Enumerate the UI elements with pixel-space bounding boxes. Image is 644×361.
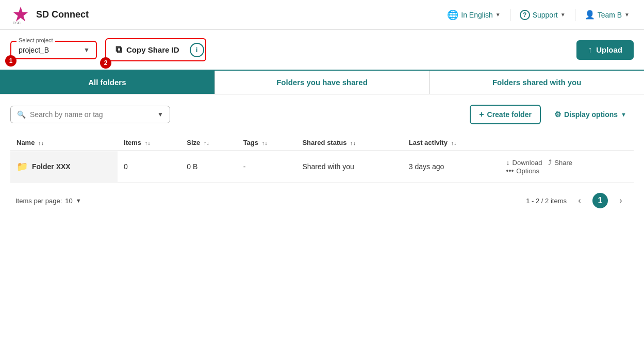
- user-icon: 👤: [585, 10, 595, 20]
- toolbar: Select project project_B ▼ 1 ⧉ Copy Shar…: [0, 30, 644, 71]
- col-actions: [500, 135, 634, 151]
- svg-marker-0: [13, 6, 28, 21]
- cell-shared-status: Shared with you: [296, 151, 402, 183]
- col-shared-status: Shared status ↑↓: [296, 135, 402, 151]
- header: CSC SD Connect 🌐 In English ▼ ? Support …: [0, 0, 644, 30]
- col-tags: Tags ↑↓: [237, 135, 296, 151]
- tab-all-folders[interactable]: All folders: [0, 71, 214, 94]
- ellipsis-icon: •••: [506, 167, 514, 175]
- col-items: Items ↑↓: [118, 135, 180, 151]
- folder-name[interactable]: Folder XXX: [32, 162, 71, 171]
- items-per-page-chevron-icon: ▼: [76, 198, 81, 204]
- question-icon: ?: [520, 10, 530, 20]
- copy-share-id-container: ⧉ Copy Share ID i 2: [105, 38, 206, 61]
- col-tags-sort-icon[interactable]: ↑↓: [262, 140, 268, 146]
- app-title: SD Connect: [36, 9, 89, 20]
- create-folder-button[interactable]: + Create folder: [470, 105, 541, 124]
- search-box[interactable]: 🔍 ▼: [10, 106, 170, 123]
- support-button[interactable]: ? Support ▼: [516, 8, 570, 22]
- col-name-sort-icon[interactable]: ↑↓: [38, 140, 44, 146]
- col-items-sort-icon[interactable]: ↑↓: [145, 140, 151, 146]
- team-label: Team B: [598, 11, 622, 19]
- cell-items: 0: [118, 151, 180, 183]
- csc-logo: CSC: [10, 5, 31, 25]
- pagination-right: 1 - 2 / 2 items ‹ 1 ›: [526, 193, 629, 208]
- support-chevron-icon: ▼: [560, 12, 566, 18]
- col-shared-status-sort-icon[interactable]: ↑↓: [350, 140, 356, 146]
- items-per-page[interactable]: Items per page: 10 ▼: [15, 197, 81, 205]
- col-last-activity: Last activity ↑↓: [403, 135, 500, 151]
- download-button[interactable]: ↓ Download: [506, 158, 542, 167]
- col-last-activity-sort-icon[interactable]: ↑↓: [451, 140, 457, 146]
- search-dropdown-icon[interactable]: ▼: [157, 111, 163, 118]
- cell-last-activity: 3 days ago: [403, 151, 500, 183]
- pagination-next-button[interactable]: ›: [613, 193, 629, 208]
- language-chevron-icon: ▼: [496, 12, 501, 18]
- search-icon: 🔍: [17, 110, 26, 119]
- options-label: Options: [516, 167, 539, 175]
- col-size-sort-icon[interactable]: ↑↓: [204, 140, 209, 146]
- col-name: Name ↑↓: [10, 135, 118, 151]
- main-content: 🔍 ▼ + Create folder ⚙ Display options ▼ …: [0, 94, 644, 219]
- display-options-button[interactable]: ⚙ Display options ▼: [547, 106, 634, 123]
- share-label: Share: [554, 159, 572, 167]
- search-actions-right: + Create folder ⚙ Display options ▼: [470, 105, 634, 124]
- share-button[interactable]: ⤴ Share: [548, 158, 572, 167]
- team-button[interactable]: 👤 Team B ▼: [581, 8, 634, 22]
- logo-area: CSC SD Connect: [10, 5, 89, 25]
- header-separator-1: [510, 9, 510, 21]
- search-actions-row: 🔍 ▼ + Create folder ⚙ Display options ▼: [10, 105, 634, 124]
- options-button[interactable]: ••• Options: [506, 167, 540, 175]
- cell-name: 📁 Folder XXX: [10, 151, 118, 183]
- pagination-range: 1 - 2 / 2 items: [526, 197, 567, 205]
- tab-folders-shared-by-you[interactable]: Folders you have shared: [214, 71, 430, 94]
- info-button[interactable]: i: [190, 43, 204, 57]
- select-project-wrapper: Select project project_B ▼: [10, 41, 97, 59]
- upload-button[interactable]: ↑ Upload: [576, 40, 634, 60]
- tabs-container: All folders Folders you have shared Fold…: [0, 71, 644, 94]
- download-icon: ↓: [506, 158, 510, 167]
- table-header: Name ↑↓ Items ↑↓ Size ↑↓ Tags ↑↓ Shared …: [10, 135, 634, 151]
- globe-icon: 🌐: [447, 9, 458, 21]
- display-options-label: Display options: [564, 110, 618, 119]
- copy-share-id-button[interactable]: ⧉ Copy Share ID: [107, 40, 188, 59]
- col-size-label: Size: [187, 139, 200, 146]
- tab-all-folders-label: All folders: [88, 78, 126, 87]
- team-chevron-icon: ▼: [624, 12, 630, 18]
- tab-folders-shared-by-you-label: Folders you have shared: [276, 78, 368, 87]
- items-per-page-label: Items per page:: [15, 197, 62, 205]
- display-options-chevron-icon: ▼: [621, 111, 626, 118]
- callout-2: 2: [100, 57, 111, 69]
- share-icon: ⤴: [548, 158, 552, 167]
- copy-share-wrapper: ⧉ Copy Share ID i: [105, 38, 206, 61]
- upload-icon: ↑: [588, 45, 592, 55]
- select-project-container: Select project project_B ▼ 1: [10, 41, 97, 59]
- language-button[interactable]: 🌐 In English ▼: [443, 7, 504, 23]
- pagination-page-1-button[interactable]: 1: [592, 193, 608, 208]
- support-label: Support: [533, 11, 558, 19]
- plus-icon: +: [479, 110, 484, 119]
- col-tags-label: Tags: [243, 139, 258, 146]
- folder-icon: 📁: [16, 161, 28, 172]
- pagination-prev-button[interactable]: ‹: [572, 193, 587, 208]
- col-items-label: Items: [124, 139, 141, 146]
- project-select[interactable]: project_B: [12, 43, 95, 57]
- col-size: Size ↑↓: [180, 135, 237, 151]
- language-label: In English: [461, 11, 492, 19]
- search-input[interactable]: [30, 110, 153, 119]
- col-last-activity-label: Last activity: [409, 139, 448, 146]
- tab-folders-shared-with-you[interactable]: Folders shared with you: [429, 71, 644, 94]
- cell-size: 0 B: [180, 151, 237, 183]
- callout-1: 1: [5, 55, 16, 67]
- table-body: 📁 Folder XXX 0 0 B - Shared with you 3 d…: [10, 151, 634, 183]
- items-per-page-value: 10: [65, 197, 72, 205]
- create-folder-label: Create folder: [487, 110, 532, 119]
- copy-share-id-label: Copy Share ID: [126, 45, 179, 54]
- folders-table: Name ↑↓ Items ↑↓ Size ↑↓ Tags ↑↓ Shared …: [10, 135, 634, 183]
- copy-icon: ⧉: [115, 44, 122, 55]
- cell-tags: -: [237, 151, 296, 183]
- sliders-icon: ⚙: [554, 110, 561, 119]
- col-shared-status-label: Shared status: [302, 139, 346, 146]
- header-separator-2: [575, 9, 575, 21]
- upload-label: Upload: [596, 45, 622, 54]
